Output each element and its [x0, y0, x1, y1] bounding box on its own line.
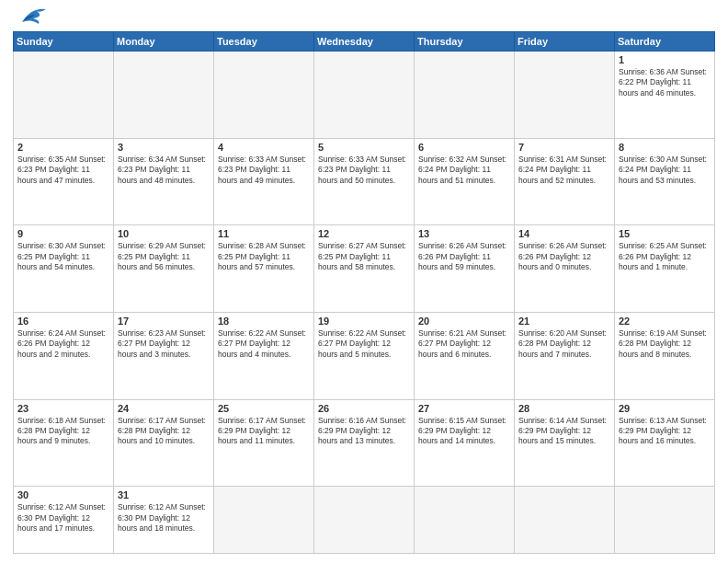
calendar-cell: 11Sunrise: 6:28 AM Sunset: 6:25 PM Dayli… — [214, 225, 314, 313]
calendar-cell — [415, 52, 515, 139]
day-number: 20 — [418, 316, 510, 327]
day-number: 13 — [418, 228, 510, 239]
day-number: 24 — [118, 403, 210, 414]
calendar-cell — [314, 487, 415, 554]
day-number: 30 — [17, 489, 109, 500]
day-number: 6 — [418, 142, 510, 153]
calendar-cell: 15Sunrise: 6:25 AM Sunset: 6:26 PM Dayli… — [615, 225, 715, 313]
calendar-cell: 7Sunrise: 6:31 AM Sunset: 6:24 PM Daylig… — [515, 138, 615, 225]
calendar-cell — [314, 52, 415, 139]
calendar-cell — [214, 487, 314, 554]
day-number: 14 — [518, 228, 610, 239]
col-sunday: Sunday — [14, 32, 114, 52]
calendar-cell: 16Sunrise: 6:24 AM Sunset: 6:26 PM Dayli… — [14, 312, 114, 399]
calendar-cell: 9Sunrise: 6:30 AM Sunset: 6:25 PM Daylig… — [14, 225, 114, 313]
calendar-cell — [615, 487, 715, 554]
calendar-cell — [114, 52, 214, 139]
calendar-cell: 20Sunrise: 6:21 AM Sunset: 6:27 PM Dayli… — [415, 312, 515, 399]
calendar-cell: 18Sunrise: 6:22 AM Sunset: 6:27 PM Dayli… — [214, 312, 314, 399]
cell-info: Sunrise: 6:32 AM Sunset: 6:24 PM Dayligh… — [418, 155, 510, 186]
cell-info: Sunrise: 6:14 AM Sunset: 6:29 PM Dayligh… — [518, 416, 610, 447]
cell-info: Sunrise: 6:23 AM Sunset: 6:27 PM Dayligh… — [118, 328, 210, 360]
day-number: 12 — [318, 228, 410, 239]
calendar-cell: 3Sunrise: 6:34 AM Sunset: 6:23 PM Daylig… — [114, 138, 214, 225]
cell-info: Sunrise: 6:12 AM Sunset: 6:30 PM Dayligh… — [118, 502, 210, 534]
day-number: 26 — [318, 403, 410, 414]
day-number: 27 — [418, 403, 510, 414]
cell-info: Sunrise: 6:29 AM Sunset: 6:25 PM Dayligh… — [118, 241, 210, 272]
calendar-cell: 29Sunrise: 6:13 AM Sunset: 6:29 PM Dayli… — [615, 399, 715, 487]
day-number: 17 — [118, 316, 210, 327]
cell-info: Sunrise: 6:16 AM Sunset: 6:29 PM Dayligh… — [318, 416, 410, 447]
col-monday: Monday — [114, 32, 214, 52]
calendar-cell — [515, 487, 615, 554]
col-saturday: Saturday — [615, 32, 715, 52]
calendar-cell — [14, 52, 114, 139]
calendar-cell: 17Sunrise: 6:23 AM Sunset: 6:27 PM Dayli… — [114, 312, 214, 399]
calendar-header-row: Sunday Monday Tuesday Wednesday Thursday… — [14, 32, 715, 52]
calendar-cell — [214, 52, 314, 139]
cell-info: Sunrise: 6:22 AM Sunset: 6:27 PM Dayligh… — [318, 328, 410, 360]
cell-info: Sunrise: 6:17 AM Sunset: 6:29 PM Dayligh… — [218, 416, 310, 447]
cell-info: Sunrise: 6:19 AM Sunset: 6:28 PM Dayligh… — [619, 328, 711, 360]
day-number: 9 — [17, 228, 109, 239]
calendar-cell: 4Sunrise: 6:33 AM Sunset: 6:23 PM Daylig… — [214, 138, 314, 225]
calendar-cell: 5Sunrise: 6:33 AM Sunset: 6:23 PM Daylig… — [314, 138, 415, 225]
day-number: 1 — [619, 54, 711, 65]
day-number: 18 — [218, 316, 310, 327]
cell-info: Sunrise: 6:33 AM Sunset: 6:23 PM Dayligh… — [218, 155, 310, 186]
calendar-cell: 13Sunrise: 6:26 AM Sunset: 6:26 PM Dayli… — [415, 225, 515, 313]
cell-info: Sunrise: 6:36 AM Sunset: 6:22 PM Dayligh… — [619, 67, 711, 98]
cell-info: Sunrise: 6:28 AM Sunset: 6:25 PM Dayligh… — [218, 241, 310, 272]
cell-info: Sunrise: 6:15 AM Sunset: 6:29 PM Dayligh… — [418, 416, 510, 447]
cell-info: Sunrise: 6:22 AM Sunset: 6:27 PM Dayligh… — [218, 328, 310, 360]
calendar-cell: 30Sunrise: 6:12 AM Sunset: 6:30 PM Dayli… — [14, 487, 114, 554]
calendar-cell: 31Sunrise: 6:12 AM Sunset: 6:30 PM Dayli… — [114, 487, 214, 554]
calendar-cell: 12Sunrise: 6:27 AM Sunset: 6:25 PM Dayli… — [314, 225, 415, 313]
logo — [13, 9, 50, 26]
calendar-cell: 24Sunrise: 6:17 AM Sunset: 6:28 PM Dayli… — [114, 399, 214, 487]
day-number: 21 — [518, 316, 610, 327]
cell-info: Sunrise: 6:13 AM Sunset: 6:29 PM Dayligh… — [619, 416, 711, 447]
cell-info: Sunrise: 6:20 AM Sunset: 6:28 PM Dayligh… — [518, 328, 610, 360]
day-number: 4 — [218, 142, 310, 153]
cell-info: Sunrise: 6:31 AM Sunset: 6:24 PM Dayligh… — [518, 155, 610, 186]
cell-info: Sunrise: 6:24 AM Sunset: 6:26 PM Dayligh… — [17, 328, 109, 360]
day-number: 3 — [118, 142, 210, 153]
col-tuesday: Tuesday — [214, 32, 314, 52]
header — [13, 9, 715, 26]
cell-info: Sunrise: 6:18 AM Sunset: 6:28 PM Dayligh… — [17, 416, 109, 447]
calendar-cell — [415, 487, 515, 554]
logo-icon — [15, 6, 50, 26]
day-number: 15 — [619, 228, 711, 239]
calendar-cell — [515, 52, 615, 139]
calendar-cell: 23Sunrise: 6:18 AM Sunset: 6:28 PM Dayli… — [14, 399, 114, 487]
day-number: 16 — [17, 316, 109, 327]
calendar-cell: 28Sunrise: 6:14 AM Sunset: 6:29 PM Dayli… — [515, 399, 615, 487]
calendar-cell: 22Sunrise: 6:19 AM Sunset: 6:28 PM Dayli… — [615, 312, 715, 399]
cell-info: Sunrise: 6:35 AM Sunset: 6:23 PM Dayligh… — [17, 155, 109, 186]
cell-info: Sunrise: 6:27 AM Sunset: 6:25 PM Dayligh… — [318, 241, 410, 272]
page: Sunday Monday Tuesday Wednesday Thursday… — [0, 0, 728, 563]
calendar-cell: 10Sunrise: 6:29 AM Sunset: 6:25 PM Dayli… — [114, 225, 214, 313]
day-number: 25 — [218, 403, 310, 414]
cell-info: Sunrise: 6:21 AM Sunset: 6:27 PM Dayligh… — [418, 328, 510, 360]
calendar-cell: 19Sunrise: 6:22 AM Sunset: 6:27 PM Dayli… — [314, 312, 415, 399]
calendar-table: Sunday Monday Tuesday Wednesday Thursday… — [13, 31, 715, 554]
cell-info: Sunrise: 6:26 AM Sunset: 6:26 PM Dayligh… — [518, 241, 610, 272]
calendar-cell: 21Sunrise: 6:20 AM Sunset: 6:28 PM Dayli… — [515, 312, 615, 399]
calendar-cell: 8Sunrise: 6:30 AM Sunset: 6:24 PM Daylig… — [615, 138, 715, 225]
cell-info: Sunrise: 6:12 AM Sunset: 6:30 PM Dayligh… — [17, 502, 109, 534]
col-wednesday: Wednesday — [314, 32, 415, 52]
calendar-cell: 14Sunrise: 6:26 AM Sunset: 6:26 PM Dayli… — [515, 225, 615, 313]
day-number: 5 — [318, 142, 410, 153]
calendar-cell: 26Sunrise: 6:16 AM Sunset: 6:29 PM Dayli… — [314, 399, 415, 487]
col-friday: Friday — [515, 32, 615, 52]
day-number: 7 — [518, 142, 610, 153]
cell-info: Sunrise: 6:34 AM Sunset: 6:23 PM Dayligh… — [118, 155, 210, 186]
cell-info: Sunrise: 6:17 AM Sunset: 6:28 PM Dayligh… — [118, 416, 210, 447]
calendar-cell: 27Sunrise: 6:15 AM Sunset: 6:29 PM Dayli… — [415, 399, 515, 487]
day-number: 19 — [318, 316, 410, 327]
day-number: 29 — [619, 403, 711, 414]
cell-info: Sunrise: 6:30 AM Sunset: 6:25 PM Dayligh… — [17, 241, 109, 272]
